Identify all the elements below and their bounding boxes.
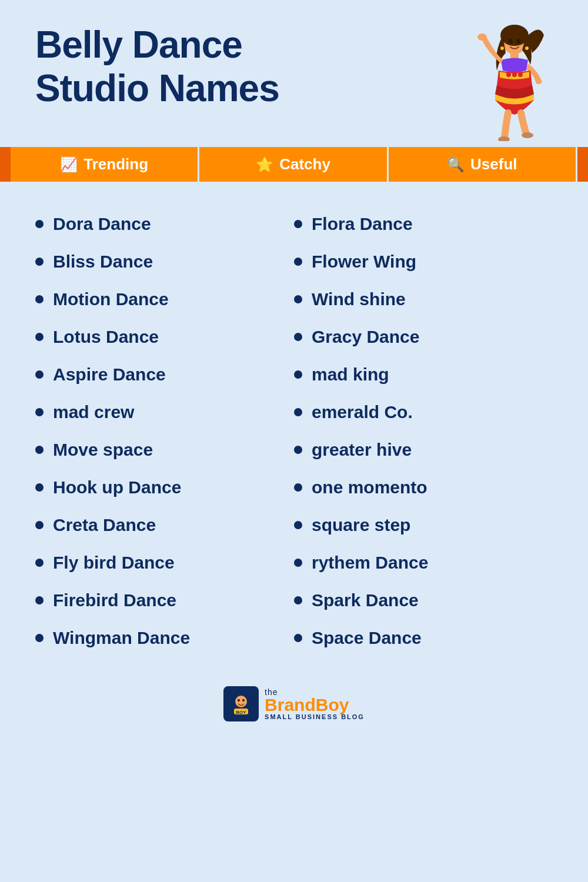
- left-list-item: Wingman Dance: [35, 619, 294, 657]
- left-list-item: Firebird Dance: [35, 582, 294, 619]
- name-text: Motion Dance: [53, 289, 169, 310]
- bullet-icon: [294, 596, 302, 604]
- name-text: Bliss Dance: [53, 251, 153, 272]
- bullet-icon: [294, 634, 302, 642]
- brandboy-logo: BOY the BrandBoy SMALL BUSINESS BLOG: [223, 686, 365, 721]
- bullet-icon: [294, 258, 302, 266]
- right-list-item: mad king: [294, 356, 553, 393]
- logo-face-svg: BOY: [228, 691, 254, 717]
- svg-point-8: [522, 132, 533, 138]
- svg-point-15: [238, 699, 240, 701]
- footer-section: BOY the BrandBoy SMALL BUSINESS BLOG: [0, 674, 588, 739]
- left-list-item: mad crew: [35, 393, 294, 431]
- svg-point-3: [477, 34, 487, 41]
- right-list-item: rythem Dance: [294, 544, 553, 582]
- name-text: mad king: [312, 364, 389, 385]
- catchy-label: Catchy: [279, 155, 330, 173]
- svg-point-16: [242, 699, 245, 701]
- tag-trending[interactable]: 📈 Trending: [11, 147, 199, 182]
- right-list-item: Wind shine: [294, 280, 553, 318]
- svg-text:BOY: BOY: [236, 710, 246, 715]
- bullet-icon: [35, 634, 44, 642]
- svg-point-11: [500, 46, 504, 50]
- header-section: Belly Dance Studio Names: [0, 0, 588, 147]
- bullet-icon: [294, 333, 302, 341]
- right-list-item: Gracy Dance: [294, 318, 553, 356]
- tag-accent-right: [577, 147, 588, 182]
- svg-point-12: [525, 46, 529, 50]
- logo-icon: BOY: [223, 686, 259, 721]
- name-text: Hook up Dance: [53, 477, 181, 498]
- left-list-item: Fly bird Dance: [35, 544, 294, 582]
- bullet-icon: [35, 521, 44, 529]
- left-list-item: Lotus Dance: [35, 318, 294, 356]
- name-text: emerald Co.: [312, 402, 413, 423]
- bullet-icon: [35, 408, 44, 416]
- dancer-svg: [447, 18, 553, 141]
- bullet-icon: [294, 370, 302, 379]
- name-text: Move space: [53, 439, 153, 460]
- tag-accent-left: [0, 147, 11, 182]
- right-list-item: Space Dance: [294, 619, 553, 657]
- name-text: Dora Dance: [53, 213, 151, 235]
- right-list-item: greater hive: [294, 431, 553, 469]
- bullet-icon: [35, 370, 44, 379]
- title-block: Belly Dance Studio Names: [35, 24, 441, 110]
- right-list-item: square step: [294, 506, 553, 544]
- left-list-item: Hook up Dance: [35, 469, 294, 506]
- trending-label: Trending: [83, 155, 148, 173]
- svg-point-4: [506, 72, 511, 77]
- tag-useful[interactable]: 🔍 Useful: [389, 147, 577, 182]
- dancer-illustration: [447, 18, 553, 135]
- bullet-icon: [294, 559, 302, 567]
- logo-text-block: the BrandBoy SMALL BUSINESS BLOG: [265, 688, 365, 720]
- bullet-icon: [294, 446, 302, 454]
- names-section: Dora DanceBliss DanceMotion DanceLotus D…: [0, 199, 588, 674]
- bullet-icon: [294, 483, 302, 492]
- svg-point-5: [512, 72, 517, 77]
- name-text: Lotus Dance: [53, 326, 159, 348]
- svg-point-6: [518, 72, 523, 77]
- bullet-icon: [35, 446, 44, 454]
- bullet-icon: [294, 408, 302, 416]
- logo-sub: SMALL BUSINESS BLOG: [265, 714, 365, 720]
- name-text: Aspire Dance: [53, 364, 166, 385]
- name-text: greater hive: [312, 439, 412, 460]
- name-text: Flora Dance: [312, 213, 413, 235]
- bullet-icon: [35, 258, 44, 266]
- bullet-icon: [35, 596, 44, 604]
- bullet-icon: [35, 295, 44, 303]
- name-text: mad crew: [53, 402, 134, 423]
- trending-icon: 📈: [60, 156, 78, 173]
- left-list-item: Dora Dance: [35, 205, 294, 243]
- svg-point-9: [509, 39, 513, 44]
- right-list-item: emerald Co.: [294, 393, 553, 431]
- name-text: Gracy Dance: [312, 326, 419, 348]
- tags-bar: 📈 Trending ⭐ Catchy 🔍 Useful: [0, 147, 588, 182]
- left-column: Dora DanceBliss DanceMotion DanceLotus D…: [35, 205, 294, 657]
- right-list-item: one momento: [294, 469, 553, 506]
- tag-catchy[interactable]: ⭐ Catchy: [199, 147, 388, 182]
- svg-point-10: [517, 39, 521, 44]
- right-column: Flora DanceFlower WingWind shineGracy Da…: [294, 205, 553, 657]
- catchy-icon: ⭐: [256, 156, 273, 173]
- title-line2: Studio Names: [35, 67, 279, 109]
- bullet-icon: [294, 295, 302, 303]
- bullet-icon: [35, 333, 44, 341]
- bullet-icon: [35, 220, 44, 228]
- title-line1: Belly Dance: [35, 24, 242, 66]
- left-list-item: Bliss Dance: [35, 243, 294, 280]
- useful-icon: 🔍: [447, 156, 465, 173]
- name-text: Wind shine: [312, 289, 406, 310]
- name-text: Wingman Dance: [53, 627, 190, 649]
- left-list-item: Move space: [35, 431, 294, 469]
- bullet-icon: [294, 521, 302, 529]
- name-text: Creta Dance: [53, 514, 156, 536]
- right-list-item: Spark Dance: [294, 582, 553, 619]
- name-text: one momento: [312, 477, 427, 498]
- name-text: rythem Dance: [312, 552, 428, 573]
- useful-label: Useful: [470, 155, 517, 173]
- main-title: Belly Dance Studio Names: [35, 24, 441, 110]
- left-list-item: Aspire Dance: [35, 356, 294, 393]
- right-list-item: Flower Wing: [294, 243, 553, 280]
